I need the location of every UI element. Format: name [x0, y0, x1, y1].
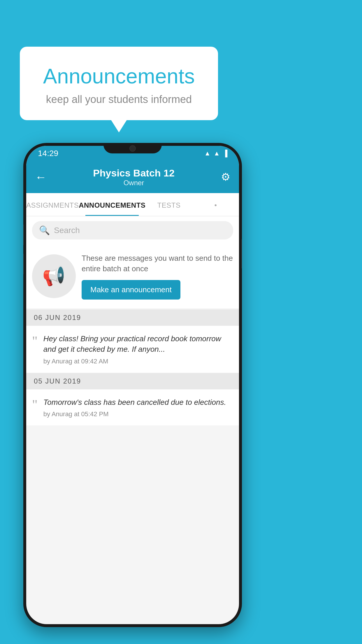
- bubble-subtitle: keep all your students informed: [34, 93, 203, 106]
- search-container: 🔍 Search: [26, 216, 239, 244]
- tab-assignments[interactable]: ASSIGNMENTS: [26, 193, 79, 216]
- volume-down-button: [23, 254, 24, 274]
- announcement-content-2: Tomorrow's class has been cancelled due …: [43, 397, 233, 418]
- date-separator-1: 06 JUN 2019: [26, 309, 239, 326]
- announcement-promo: 📢 These are messages you want to send to…: [26, 244, 239, 308]
- quote-icon-2: ": [32, 398, 38, 412]
- search-bar[interactable]: 🔍 Search: [32, 221, 233, 239]
- announcement-author-1: by Anurag at 09:42 AM: [43, 358, 233, 365]
- make-announcement-button[interactable]: Make an announcement: [82, 280, 180, 300]
- tab-announcements[interactable]: ANNOUNCEMENTS: [79, 193, 145, 216]
- announcement-content-1: Hey class! Bring your practical record b…: [43, 333, 233, 365]
- announcement-text-2: Tomorrow's class has been cancelled due …: [43, 397, 233, 407]
- announcement-author-2: by Anurag at 05:42 PM: [43, 410, 233, 418]
- signal-icon: ▲: [214, 150, 220, 157]
- header-center: Physics Batch 12 Owner: [93, 167, 175, 187]
- announcement-item-1[interactable]: " Hey class! Bring your practical record…: [26, 326, 239, 373]
- megaphone-icon: 📢: [42, 265, 66, 287]
- phone-frame: 14:29 ▲ ▲ ▐ ← Physics Batch 12 Owner ⚙ A…: [23, 143, 242, 627]
- tab-tests[interactable]: TESTS: [145, 193, 192, 216]
- battery-icon: ▐: [223, 150, 227, 157]
- wifi-icon: ▲: [204, 150, 211, 157]
- tabs-bar: ASSIGNMENTS ANNOUNCEMENTS TESTS •: [26, 193, 239, 216]
- promo-description: These are messages you want to send to t…: [82, 253, 233, 274]
- search-input[interactable]: Search: [54, 226, 80, 235]
- status-time: 14:29: [38, 149, 58, 158]
- phone-screen: 14:29 ▲ ▲ ▐ ← Physics Batch 12 Owner ⚙ A…: [26, 146, 239, 624]
- megaphone-circle: 📢: [32, 254, 76, 298]
- speech-bubble-container: Announcements keep all your students inf…: [20, 47, 218, 120]
- volume-up-button: [23, 225, 24, 245]
- batch-role: Owner: [93, 179, 175, 187]
- power-button: [241, 239, 242, 268]
- announcement-text-1: Hey class! Bring your practical record b…: [43, 333, 233, 355]
- app-header: ← Physics Batch 12 Owner ⚙: [26, 161, 239, 193]
- speech-bubble: Announcements keep all your students inf…: [20, 47, 218, 120]
- promo-right: These are messages you want to send to t…: [82, 253, 233, 300]
- date-separator-2: 05 JUN 2019: [26, 373, 239, 389]
- announcement-item-2[interactable]: " Tomorrow's class has been cancelled du…: [26, 389, 239, 426]
- settings-icon[interactable]: ⚙: [221, 171, 230, 183]
- back-button[interactable]: ←: [35, 171, 47, 184]
- search-icon: 🔍: [39, 225, 50, 235]
- batch-title: Physics Batch 12: [93, 167, 175, 179]
- phone-notch: [103, 143, 162, 153]
- tab-more[interactable]: •: [192, 193, 239, 216]
- status-icons: ▲ ▲ ▐: [204, 150, 227, 157]
- quote-icon-1: ": [32, 335, 38, 348]
- bubble-title: Announcements: [34, 64, 203, 88]
- front-camera: [129, 145, 136, 152]
